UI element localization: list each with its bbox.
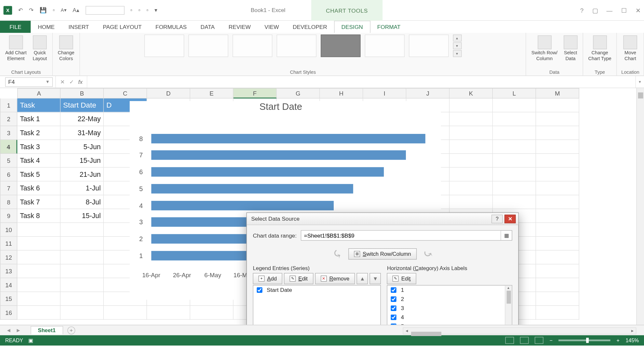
cell[interactable] [493,140,536,154]
column-header[interactable]: A [17,88,60,98]
row-header[interactable]: 14 [0,278,17,292]
tab-design[interactable]: DESIGN [334,21,370,33]
cell[interactable] [536,278,579,292]
move-chart-button[interactable]: Move Chart [623,34,638,62]
cell[interactable] [493,126,536,140]
cell[interactable]: 1-Jul [60,181,104,195]
tab-home[interactable]: HOME [31,21,61,33]
cell[interactable]: Task 8 [17,209,60,223]
row-header[interactable]: 9 [0,209,17,223]
cell[interactable] [536,209,579,223]
sheet-tab[interactable]: Sheet1 [31,326,63,334]
add-sheet-icon[interactable]: + [67,326,75,334]
row-header[interactable]: 5 [0,154,17,168]
cell[interactable] [536,181,579,195]
tab-page-layout[interactable]: PAGE LAYOUT [96,21,149,33]
style-thumb[interactable] [409,34,449,57]
cell[interactable]: Task 5 [17,168,60,182]
close-icon[interactable]: ✕ [636,7,641,14]
tab-review[interactable]: REVIEW [221,21,258,33]
ribbon-options-icon[interactable]: ▢ [592,7,598,14]
cell[interactable] [60,251,104,265]
change-colors-button[interactable]: Change Colors [57,34,75,62]
remove-series-button[interactable]: ✕Remove [315,273,355,284]
cell[interactable]: 31-May [60,126,104,140]
category-checkbox[interactable] [391,306,396,311]
page-break-view-icon[interactable] [535,337,543,344]
save-icon[interactable]: 💾 [40,7,47,13]
row-header[interactable]: 8 [0,195,17,209]
cell[interactable]: Task 1 [17,112,60,126]
cell[interactable] [536,112,579,126]
series-listbox[interactable]: Start Date [253,285,381,325]
horizontal-scrollbar[interactable]: ◄► [403,327,637,334]
category-listbox[interactable]: 12345▴▾ [387,285,512,325]
cell[interactable] [536,292,579,306]
formula-input[interactable] [87,76,636,88]
series-checkbox[interactable] [257,287,262,293]
cell[interactable]: Start Date [60,98,104,112]
font-increase-icon[interactable]: A▴ [73,7,79,13]
qat-icon[interactable]: ▫ [130,7,132,13]
cell[interactable] [17,306,60,320]
column-header[interactable]: J [406,88,449,98]
row-header[interactable]: 3 [0,126,17,140]
minimize-icon[interactable]: — [607,7,613,14]
row-header[interactable]: 13 [0,264,17,278]
switch-row-column-button[interactable]: Switch Row/ Column [530,34,558,62]
cell[interactable] [104,306,147,320]
range-picker-icon[interactable]: ▦ [501,231,512,240]
maximize-icon[interactable]: ☐ [621,7,627,14]
row-header[interactable]: 4 [0,140,17,154]
cell[interactable] [536,126,579,140]
cancel-formula-icon[interactable]: ✕ [60,79,65,85]
edit-series-button[interactable]: ✎Edit [284,273,313,284]
cell[interactable] [493,195,536,209]
add-chart-element-button[interactable]: Add Chart Element [4,34,27,62]
cell[interactable]: Task 3 [17,140,60,154]
cell[interactable] [17,278,60,292]
vertical-scrollbar[interactable] [636,88,644,325]
row-header[interactable]: 7 [0,181,17,195]
cell[interactable]: 5-Jun [60,140,104,154]
redo-icon[interactable]: ↷ [29,7,34,13]
cell[interactable]: Task 4 [17,154,60,168]
move-down-button[interactable]: ▼ [370,273,381,284]
quick-layout-button[interactable]: Quick Layout [32,34,48,62]
qat-dropdown[interactable] [86,6,125,15]
chevron-down-icon[interactable]: ▼ [46,80,50,84]
cell[interactable]: Task [17,98,60,112]
zoom-in-icon[interactable]: + [617,337,620,344]
cell[interactable]: 15-Jun [60,154,104,168]
cell[interactable] [493,112,536,126]
row-header[interactable]: 15 [0,292,17,306]
cell[interactable] [60,278,104,292]
cell[interactable] [17,223,60,237]
style-thumb-selected[interactable] [321,34,360,57]
cell[interactable] [449,112,493,126]
category-checkbox[interactable] [391,315,396,320]
cell[interactable] [17,264,60,278]
cell[interactable] [17,292,60,306]
worksheet-grid[interactable]: ABCDEFGHIJKLM 1TaskStart DateD2Task 122-… [0,88,644,325]
cell[interactable] [60,306,104,320]
cell[interactable] [449,195,493,209]
font-decrease-icon[interactable]: A▾ [61,7,67,13]
cell[interactable] [493,168,536,182]
normal-view-icon[interactable] [505,337,514,344]
expand-formula-bar-icon[interactable]: ▾ [636,76,644,88]
gallery-up-icon[interactable]: ▴ [453,34,462,41]
add-series-button[interactable]: +Add [253,273,282,284]
style-thumb[interactable] [188,34,228,57]
row-header[interactable]: 6 [0,168,17,182]
column-header[interactable]: F [234,88,277,98]
cell[interactable] [449,168,493,182]
chart-styles-gallery[interactable]: ▴▾▾ [144,34,461,69]
style-thumb[interactable] [276,34,316,57]
column-header[interactable]: G [277,88,320,98]
move-up-button[interactable]: ▲ [357,273,368,284]
qat-icon[interactable]: ▫ [53,7,55,13]
dialog-close-icon[interactable]: ✕ [504,214,516,223]
column-header[interactable]: I [363,88,406,98]
cell[interactable] [449,140,493,154]
